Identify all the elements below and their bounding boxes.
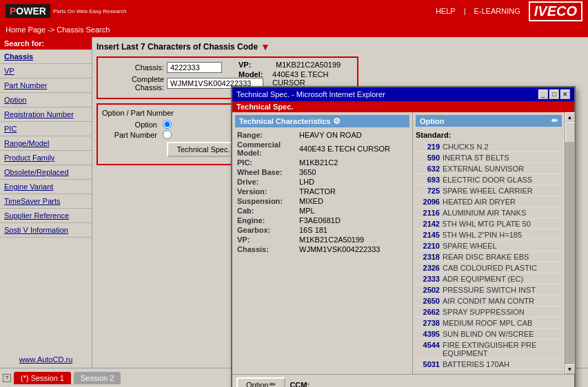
tech-row: Chassis:WJMM1VSK004222333 xyxy=(235,244,409,254)
tech-field-label: Commercial Model: xyxy=(235,140,297,158)
option-list-item[interactable]: 725SPARE WHEEL CARRIER xyxy=(416,186,562,196)
option-list-item[interactable]: 2318REAR DISC BRAKE EBS xyxy=(416,252,562,262)
option-description: SUN BLIND ON W/SCREE xyxy=(443,330,562,338)
help-link[interactable]: HELP xyxy=(436,7,456,15)
option-list-item[interactable]: 2116ALUMINIUM AIR TANKS xyxy=(416,208,562,218)
option-list-item[interactable]: 632EXTERNAL SUNVISOR xyxy=(416,164,562,174)
option-list-item[interactable]: 4544FIRE EXTINGUISHER PRE EQUIPMENT xyxy=(416,340,562,359)
part-number-radio-label: Part Number xyxy=(102,131,157,139)
sidebar-item-option[interactable]: Option xyxy=(0,93,92,107)
sidebar-item-engine[interactable]: Engine Variant xyxy=(0,180,92,194)
sidebar-item-chassis[interactable]: Chassis xyxy=(0,50,92,64)
option-list-item[interactable]: 2502PRESSURE SWITCH INST xyxy=(416,285,562,295)
option-list-item[interactable]: 2096HEATED AIR DRYER xyxy=(416,197,562,207)
option-list-item[interactable]: 2662SPRAY SUPPRESSION xyxy=(416,307,562,317)
sidebar-item-sosti[interactable]: Sosti V Information xyxy=(0,223,92,238)
option-list-item[interactable]: 590INERTIA ST BELTS xyxy=(416,153,562,163)
sidebar-item-range-model[interactable]: Range/Model xyxy=(0,136,92,151)
tech-row: Commercial Model:440E43 E.TECH CURSOR xyxy=(235,140,409,158)
status-icon[interactable]: ? xyxy=(3,374,11,382)
tech-char-header: Technical Characteristics ⚙ xyxy=(235,115,409,127)
autocd-link[interactable]: www.AutoCD.ru xyxy=(0,351,92,368)
content-title: Insert Last 7 Characters of Chassis Code… xyxy=(97,41,584,52)
option-btn-pencil: ✏ xyxy=(270,380,276,387)
scroll-thumb[interactable] xyxy=(565,122,575,143)
tech-field-value: M1KB21C2A50199 xyxy=(297,235,409,244)
option-list-item[interactable]: 5031BATTERIES 170AH xyxy=(416,359,562,370)
option-list-item[interactable]: 21455TH WHL 2"PIN H=185 xyxy=(416,230,562,240)
elearning-link[interactable]: E-LEARNING xyxy=(474,7,520,15)
nav-path[interactable]: Home Page -> Chassis Search xyxy=(6,25,110,34)
technical-spec-button[interactable]: Technical Spec. xyxy=(167,142,239,157)
tech-field-label: Version: xyxy=(235,187,297,196)
tech-field-label: Cab: xyxy=(235,206,297,216)
modal-scrollbar[interactable]: ▲ ▼ xyxy=(565,112,574,374)
tech-field-label: Chassis: xyxy=(235,244,297,254)
option-area: Standard: 219CHUCKS N.2590INERTIA ST BEL… xyxy=(416,129,562,371)
option-description: MEDIUM ROOF MPL CAB xyxy=(443,319,562,327)
option-description: ELECTRIC DOOR GLASS xyxy=(443,176,562,184)
part-number-radio[interactable] xyxy=(163,130,172,139)
close-button[interactable]: ✕ xyxy=(560,90,570,99)
option-number: 2333 xyxy=(416,275,440,283)
sidebar-item-product-family[interactable]: Product Family xyxy=(0,151,92,165)
sidebar-item-pic[interactable]: PIC xyxy=(0,122,92,136)
tech-field-value: MPL xyxy=(297,206,409,216)
scroll-track xyxy=(565,122,575,364)
ccm-label: CCM: xyxy=(290,381,310,388)
chassis-input[interactable] xyxy=(167,62,222,73)
option-list-item[interactable]: 2210SPARE WHEEL xyxy=(416,241,562,251)
logo-right: HELP | E-LEARNING IVECO xyxy=(436,1,582,21)
minimize-button[interactable]: _ xyxy=(538,90,548,99)
power-logo: POWER xyxy=(6,4,50,18)
option-number: 2318 xyxy=(416,253,440,261)
option-number: 2662 xyxy=(416,308,440,316)
option-number: 725 xyxy=(416,187,440,195)
option-description: INERTIA ST BELTS xyxy=(443,154,562,162)
option-list-item[interactable]: 2650AIR CONDIT MAN CONTR xyxy=(416,296,562,306)
scroll-up-arrow[interactable]: ▲ xyxy=(565,112,575,122)
scroll-down-arrow[interactable]: ▼ xyxy=(565,364,575,374)
modal-titlebar: Technical Spec. - Microsoft Internet Exp… xyxy=(232,87,574,101)
option-description: SPRAY SUPPRESSION xyxy=(443,308,562,316)
option-button-label: Option xyxy=(246,381,268,388)
tech-row: Drive:LHD xyxy=(235,177,409,187)
sidebar-item-registration[interactable]: Registration Number xyxy=(0,107,92,122)
option-button[interactable]: Option ✏ xyxy=(236,377,285,387)
tech-row: VP:M1KB21C2A50199 xyxy=(235,235,409,244)
options-scroll-area[interactable]: Standard: 219CHUCKS N.2590INERTIA ST BEL… xyxy=(416,129,562,371)
option-radio-label: Option xyxy=(102,121,157,129)
sidebar-item-timesaver[interactable]: TimeSaver Parts xyxy=(0,194,92,209)
tech-field-label: VP: xyxy=(235,235,297,244)
session1-tab[interactable]: (*) Session 1 xyxy=(14,372,71,384)
option-description: BATTERIES 170AH xyxy=(443,360,562,368)
sidebar-item-part-number[interactable]: Part Number xyxy=(0,79,92,93)
option-number: 590 xyxy=(416,154,440,162)
option-list-item[interactable]: 5629ROLLER BLIND xyxy=(416,370,562,371)
option-radio[interactable] xyxy=(163,120,172,129)
option-header-title: Option xyxy=(420,117,444,125)
option-number: 2326 xyxy=(416,264,440,272)
option-list-item[interactable]: 21425TH WHL MTG PLATE 50 xyxy=(416,219,562,229)
sidebar-item-supplier[interactable]: Supplier Reference xyxy=(0,209,92,223)
maximize-button[interactable]: □ xyxy=(549,90,559,99)
tech-row: Gearbox:16S 181 xyxy=(235,225,409,235)
option-list-item[interactable]: 2333ADR EQUIPMENT (EC) xyxy=(416,274,562,284)
option-list-item[interactable]: 2738MEDIUM ROOF MPL CAB xyxy=(416,318,562,328)
technical-spec-modal: Technical Spec. - Microsoft Internet Exp… xyxy=(231,86,576,387)
option-description: EXTERNAL SUNVISOR xyxy=(443,165,562,173)
option-number: 2145 xyxy=(416,231,440,239)
option-list-item[interactable]: 693ELECTRIC DOOR GLASS xyxy=(416,175,562,185)
session2-tab[interactable]: Session 2 xyxy=(74,372,121,384)
option-list-item[interactable]: 2326CAB COLOURED PLASTIC xyxy=(416,263,562,273)
option-number: 5031 xyxy=(416,360,440,368)
sidebar-item-obsolete[interactable]: Obsolete/Replaced xyxy=(0,165,92,180)
option-description: PRESSURE SWITCH INST xyxy=(443,286,562,294)
modal-left-panel: Technical Characteristics ⚙ Range:HEAVY … xyxy=(232,112,413,374)
option-list-item[interactable]: 4395SUN BLIND ON W/SCREE xyxy=(416,329,562,339)
option-list-item[interactable]: 219CHUCKS N.2 xyxy=(416,142,562,152)
sidebar-item-vp[interactable]: VP xyxy=(0,64,92,79)
tech-row: Suspension:MIXED xyxy=(235,196,409,206)
options-list: 219CHUCKS N.2590INERTIA ST BELTS632EXTER… xyxy=(416,142,562,371)
sidebar-title: Search for: xyxy=(0,37,92,50)
